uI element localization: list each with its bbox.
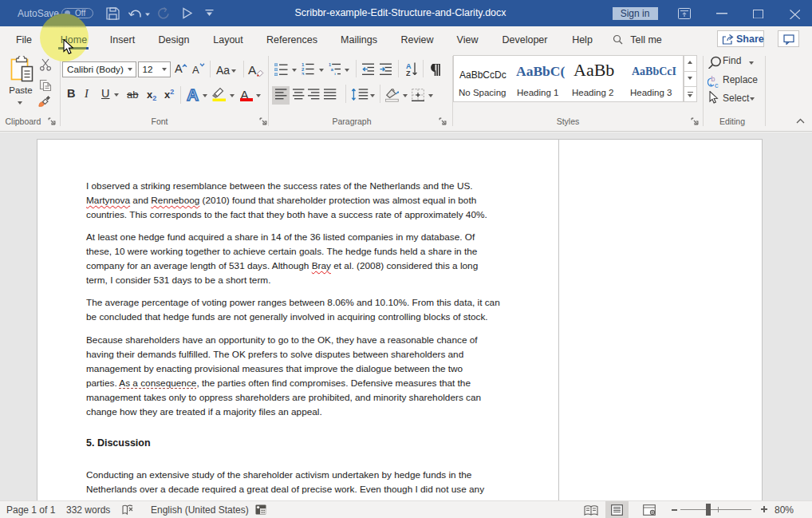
svg-text:i: i — [334, 72, 336, 76]
svg-text:3: 3 — [302, 72, 305, 75]
svg-text:a: a — [331, 67, 334, 72]
svg-text:c: c — [715, 81, 719, 89]
svg-text:Z: Z — [406, 69, 411, 77]
